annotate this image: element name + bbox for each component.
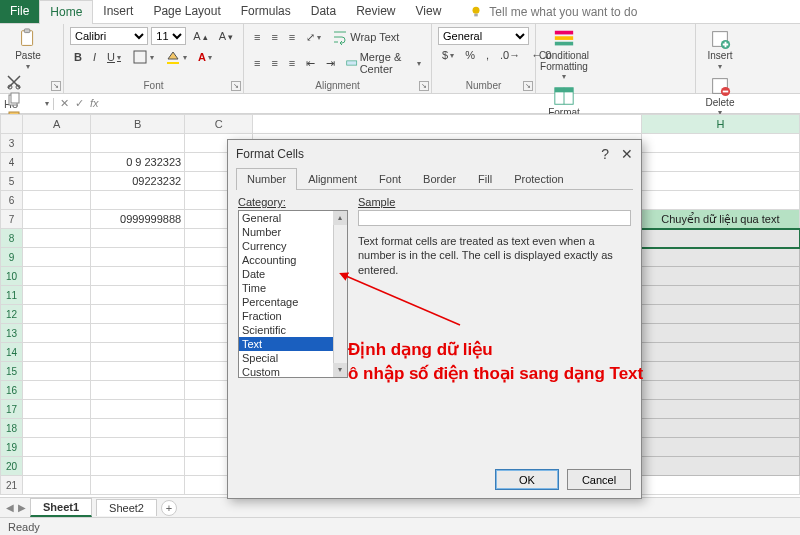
row-header-17[interactable]: 17 xyxy=(1,400,23,419)
decrease-font-button[interactable]: A▾ xyxy=(215,28,237,44)
cancel-button[interactable]: Cancel xyxy=(567,469,631,490)
cell-H17[interactable] xyxy=(641,400,799,419)
paste-button[interactable]: Paste ▾ xyxy=(6,27,50,72)
cell-B18[interactable] xyxy=(91,419,185,438)
italic-button[interactable]: I xyxy=(89,49,100,65)
cell-H15[interactable] xyxy=(641,362,799,381)
select-all-corner[interactable] xyxy=(1,115,23,134)
dialog-tab-number[interactable]: Number xyxy=(236,168,297,190)
decrease-indent-button[interactable]: ⇤ xyxy=(302,55,319,72)
listbox-scrollbar[interactable] xyxy=(333,211,347,377)
cell-B10[interactable] xyxy=(91,267,185,286)
increase-font-button[interactable]: A▴ xyxy=(189,28,211,44)
fill-color-button[interactable]: ▾ xyxy=(161,47,191,67)
sheet-tab-2[interactable]: Sheet2 xyxy=(96,499,157,516)
dialog-tab-font[interactable]: Font xyxy=(368,168,412,189)
bold-button[interactable]: B xyxy=(70,49,86,65)
cell-A7[interactable] xyxy=(23,210,91,229)
row-header-10[interactable]: 10 xyxy=(1,267,23,286)
add-sheet-button[interactable]: + xyxy=(161,500,177,516)
font-family-select[interactable]: Calibri xyxy=(70,27,148,45)
cell-B13[interactable] xyxy=(91,324,185,343)
ok-button[interactable]: OK xyxy=(495,469,559,490)
cell-A5[interactable] xyxy=(23,172,91,191)
cell-H6[interactable] xyxy=(641,191,799,210)
increase-indent-button[interactable]: ⇥ xyxy=(322,55,339,72)
category-item-text[interactable]: Text xyxy=(239,337,347,351)
row-header-9[interactable]: 9 xyxy=(1,248,23,267)
cell-B5[interactable]: 09223232 xyxy=(91,172,185,191)
cut-icon[interactable] xyxy=(6,74,22,90)
cell-H3[interactable] xyxy=(641,134,799,153)
row-header-13[interactable]: 13 xyxy=(1,324,23,343)
category-item-general[interactable]: General xyxy=(239,211,347,225)
row-header-3[interactable]: 3 xyxy=(1,134,23,153)
delete-cells-button[interactable]: Delete▾ xyxy=(702,74,738,119)
align-right-button[interactable]: ≡ xyxy=(285,55,299,71)
category-item-time[interactable]: Time xyxy=(239,281,347,295)
category-item-number[interactable]: Number xyxy=(239,225,347,239)
increase-decimal-button[interactable]: .0→ xyxy=(496,47,524,63)
row-header-20[interactable]: 20 xyxy=(1,457,23,476)
align-middle-button[interactable]: ≡ xyxy=(267,29,281,45)
row-header-5[interactable]: 5 xyxy=(1,172,23,191)
cell-A8[interactable] xyxy=(23,229,91,248)
row-header-6[interactable]: 6 xyxy=(1,191,23,210)
row-header-7[interactable]: 7 xyxy=(1,210,23,229)
cell-H20[interactable] xyxy=(641,457,799,476)
category-item-special[interactable]: Special xyxy=(239,351,347,365)
category-item-scientific[interactable]: Scientific xyxy=(239,323,347,337)
fx-icon[interactable]: fx xyxy=(90,97,99,110)
comma-format-button[interactable]: , xyxy=(482,47,493,63)
cell-H9[interactable] xyxy=(641,248,799,267)
cell-H16[interactable] xyxy=(641,381,799,400)
cell-A15[interactable] xyxy=(23,362,91,381)
dialog-close-icon[interactable]: ✕ xyxy=(621,146,633,162)
cell-B14[interactable] xyxy=(91,343,185,362)
cell-H12[interactable] xyxy=(641,305,799,324)
cell-H10[interactable] xyxy=(641,267,799,286)
formula-input[interactable] xyxy=(105,98,800,110)
tab-file[interactable]: File xyxy=(0,0,39,23)
row-header-19[interactable]: 19 xyxy=(1,438,23,457)
cell-B6[interactable] xyxy=(91,191,185,210)
dialog-tab-fill[interactable]: Fill xyxy=(467,168,503,189)
number-format-select[interactable]: General xyxy=(438,27,529,45)
dialog-tab-alignment[interactable]: Alignment xyxy=(297,168,368,189)
cell-B19[interactable] xyxy=(91,438,185,457)
insert-cells-button[interactable]: Insert▾ xyxy=(702,27,738,72)
cell-B3[interactable] xyxy=(91,134,185,153)
clipboard-launcher[interactable]: ↘ xyxy=(51,81,61,91)
cell-H8[interactable] xyxy=(641,229,799,248)
dialog-help-icon[interactable]: ? xyxy=(601,146,609,162)
col-header-c[interactable]: C xyxy=(185,115,253,134)
enter-formula-icon[interactable]: ✓ xyxy=(75,97,84,110)
cell-H14[interactable] xyxy=(641,343,799,362)
cell-A6[interactable] xyxy=(23,191,91,210)
category-listbox[interactable]: GeneralNumberCurrencyAccountingDateTimeP… xyxy=(238,210,348,378)
tab-formulas[interactable]: Formulas xyxy=(231,0,301,23)
cell-B12[interactable] xyxy=(91,305,185,324)
category-item-custom[interactable]: Custom xyxy=(239,365,347,378)
cell-H11[interactable] xyxy=(641,286,799,305)
cell-A16[interactable] xyxy=(23,381,91,400)
sheet-nav-next[interactable]: ▶ xyxy=(18,502,26,513)
scroll-down-button[interactable]: ▾ xyxy=(333,363,347,377)
underline-button[interactable]: U ▾ xyxy=(103,49,125,65)
cell-A9[interactable] xyxy=(23,248,91,267)
cell-B7[interactable]: 0999999888 xyxy=(91,210,185,229)
alignment-launcher[interactable]: ↘ xyxy=(419,81,429,91)
tab-review[interactable]: Review xyxy=(346,0,405,23)
cell-B8[interactable] xyxy=(91,229,185,248)
cell-H13[interactable] xyxy=(641,324,799,343)
col-header-h[interactable]: H xyxy=(641,115,799,134)
sheet-tab-1[interactable]: Sheet1 xyxy=(30,498,92,517)
cell-A19[interactable] xyxy=(23,438,91,457)
col-header-b[interactable]: B xyxy=(91,115,185,134)
tab-insert[interactable]: Insert xyxy=(93,0,143,23)
merge-center-button[interactable]: Merge & Center ▾ xyxy=(342,49,425,77)
cell-B21[interactable] xyxy=(91,476,185,495)
sheet-nav-prev[interactable]: ◀ xyxy=(6,502,14,513)
cell-B11[interactable] xyxy=(91,286,185,305)
cell-A18[interactable] xyxy=(23,419,91,438)
